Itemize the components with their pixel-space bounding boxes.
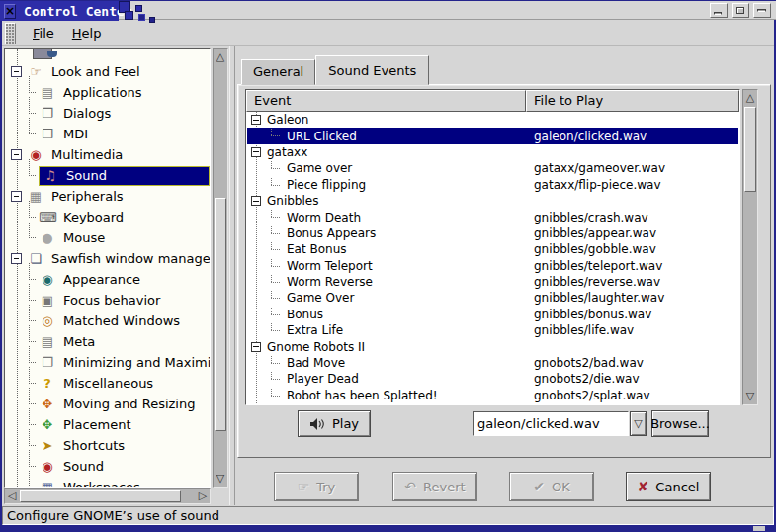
tab-sound-events[interactable]: Sound Events: [315, 55, 429, 85]
minmax-icon: ❐: [39, 356, 56, 370]
sidebar-item[interactable]: ◎Matched Windows: [5, 310, 210, 331]
sidebar-item[interactable]: ❒MDI: [5, 124, 210, 144]
table-row[interactable]: Game over gataxx/gameover.wav: [247, 160, 738, 176]
event-label: gataxx: [267, 145, 307, 159]
mouse-icon: ●: [39, 231, 56, 245]
table-row[interactable]: Bad Move gnobots2/bad.wav: [247, 355, 738, 371]
window-close-button[interactable]: ×: [4, 4, 16, 19]
ok-button[interactable]: ✔ OK: [509, 472, 594, 501]
window-shade-button[interactable]: [753, 3, 771, 18]
sidebar-item[interactable]: ●Mouse: [5, 227, 210, 248]
column-header-file[interactable]: File to Play: [526, 90, 739, 112]
expander-icon[interactable]: [11, 253, 22, 264]
titlebar[interactable]: × Control Center: [0, 0, 776, 20]
table-row[interactable]: Player Dead gnobots2/die.wav: [247, 371, 738, 387]
tree-hscrollbar-thumb[interactable]: [20, 490, 181, 502]
sidebar-item[interactable]: ▣Focus behavior: [5, 290, 210, 310]
menu-file[interactable]: File: [24, 23, 63, 44]
browse-button[interactable]: Browse...: [651, 410, 709, 437]
scroll-up-icon[interactable]: △: [743, 90, 757, 106]
file-cell: gnibbles/bonus.wav: [527, 308, 738, 321]
sidebar-item[interactable]: ?Miscellaneous: [5, 373, 210, 394]
sidebar-item[interactable]: ◉Sound: [5, 456, 210, 477]
expander-icon[interactable]: [251, 115, 261, 125]
tree-scrollbar-thumb[interactable]: [215, 198, 226, 431]
event-label: Robot has been Splatted!: [287, 389, 438, 402]
tree-connector: [23, 331, 37, 352]
sidebar-item[interactable]: ▦Workspaces: [5, 477, 210, 488]
expander-icon[interactable]: [11, 66, 22, 77]
scroll-up-icon[interactable]: △: [214, 49, 227, 65]
column-header-event[interactable]: Event: [246, 90, 526, 112]
category-tree: ☞Look and Feel▤Applications❐Dialogs❒MDI◉…: [4, 48, 211, 488]
sidebar-item[interactable]: ✥Moving and Resizing: [5, 394, 210, 414]
revert-button[interactable]: ↶ Revert: [392, 472, 477, 501]
expander-icon[interactable]: [251, 342, 261, 352]
table-row[interactable]: Bonus Appears gnibbles/appear.wav: [247, 225, 738, 241]
scroll-left-icon[interactable]: ◁: [5, 489, 19, 503]
table-row[interactable]: Worm Reverse gnibbles/reverse.wav: [247, 274, 738, 290]
sidebar-item[interactable]: ▦Peripherals: [5, 186, 210, 207]
tree-vertical-scrollbar[interactable]: △ ▽: [213, 48, 228, 488]
sidebar-item[interactable]: ⌨Keyboard: [5, 207, 210, 227]
window-maximize-button[interactable]: [732, 3, 749, 18]
event-label: Worm Teleport: [287, 259, 373, 273]
table-row[interactable]: URL Clicked galeon/clicked.wav: [247, 128, 738, 143]
placement-icon: ✥: [39, 418, 56, 432]
event-cell: Gnibbles: [247, 193, 527, 209]
speaker-box-icon: ♫: [42, 169, 59, 183]
sidebar-item-label: Sound: [64, 168, 109, 183]
table-row[interactable]: Robot has been Splatted! gnobots2/splat.…: [247, 388, 738, 403]
sidebar-item-label: Keyboard: [61, 210, 126, 224]
table-scrollbar-thumb[interactable]: [744, 107, 756, 192]
expander-icon[interactable]: [251, 196, 261, 206]
sidebar-item[interactable]: ✥Placement: [5, 414, 210, 435]
table-row[interactable]: Game Over gnibbles/laughter.wav: [247, 290, 738, 306]
table-row[interactable]: Gnome Robots II: [247, 338, 738, 354]
window-iconify-button[interactable]: [710, 3, 728, 18]
resize-grip[interactable]: [753, 526, 765, 531]
table-row[interactable]: Worm Death gnibbles/crash.wav: [247, 209, 738, 224]
sidebar-item[interactable]: ◉Multimedia: [5, 144, 210, 165]
table-row[interactable]: Galeon: [247, 112, 738, 128]
combo-dropdown-button[interactable]: ▽: [630, 411, 647, 436]
sidebar-item[interactable]: ♫Sound: [5, 165, 210, 186]
table-row[interactable]: Bonus gnibbles/bonus.wav: [247, 307, 738, 322]
sidebar-item[interactable]: ❐Dialogs: [5, 103, 210, 124]
sound-file-input[interactable]: [473, 411, 629, 436]
sound-properties-pane: General Sound Events Event File to Play …: [235, 46, 774, 505]
sidebar-item[interactable]: ◉Appearance: [5, 269, 210, 290]
table-row[interactable]: Piece flipping gataxx/flip-piece.wav: [247, 177, 738, 193]
try-icon: ☞: [298, 480, 310, 493]
expander-icon[interactable]: [251, 147, 261, 157]
tab-general[interactable]: General: [241, 59, 315, 85]
scroll-down-icon[interactable]: ▽: [214, 471, 227, 487]
notebook-tabs: General Sound Events: [241, 57, 429, 85]
sidebar-item[interactable]: ➤Shortcuts: [5, 435, 210, 456]
sidebar-item[interactable]: ☞Look and Feel: [5, 61, 210, 82]
tree-horizontal-scrollbar[interactable]: ◁ ▷: [4, 488, 211, 504]
control-center-window: × Control Center File Help ☞Look and Fee…: [0, 0, 776, 532]
cancel-button[interactable]: ✘ Cancel: [626, 472, 711, 501]
play-button[interactable]: Play: [298, 410, 371, 437]
try-button[interactable]: ☞ Try: [274, 472, 359, 501]
expander-icon[interactable]: [11, 149, 22, 160]
table-row[interactable]: Gnibbles: [247, 193, 738, 209]
table-row[interactable]: Extra Life gnibbles/life.wav: [247, 322, 738, 338]
menu-help[interactable]: Help: [63, 23, 111, 44]
scroll-right-icon[interactable]: ▷: [196, 489, 210, 503]
sidebar-item[interactable]: ▤Applications: [5, 82, 210, 103]
sidebar-item[interactable]: ▤Meta: [5, 331, 210, 352]
table-row[interactable]: Worm Teleport gnibbles/teleport.wav: [247, 258, 738, 274]
table-row[interactable]: Eat Bonus gnibbles/gobble.wav: [247, 241, 738, 257]
table-row[interactable]: gataxx: [247, 144, 738, 160]
menubar-grip[interactable]: [5, 23, 16, 44]
scroll-down-icon[interactable]: ▽: [743, 389, 757, 404]
file-cell: gnibbles/crash.wav: [527, 211, 738, 224]
tree-connector: [267, 307, 284, 322]
expander-icon[interactable]: [11, 191, 22, 202]
sidebar-item[interactable]: ❐Minimizing and Maximizing: [5, 352, 210, 373]
sidebar-item[interactable]: ❏Sawfish window manager: [5, 248, 210, 269]
table-vertical-scrollbar[interactable]: △ ▽: [742, 89, 758, 405]
tree-connector: [23, 103, 37, 124]
